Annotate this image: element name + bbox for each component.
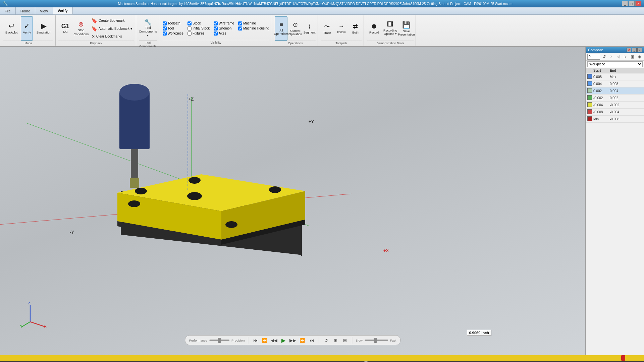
- mode-group-label: Mode: [3, 41, 53, 45]
- minimize-button[interactable]: _: [622, 1, 628, 6]
- skip-to-end-button[interactable]: ⏭: [308, 337, 315, 344]
- compare-pin-button[interactable]: 📌: [627, 48, 631, 52]
- compare-close-button[interactable]: ×: [637, 48, 642, 52]
- segment-button[interactable]: ⌇ Segment: [303, 16, 316, 41]
- compare-panel: Compare 📌 _ × ↺ × ◁ ▷ ▣ ◈ Workpiece Fixt…: [585, 47, 644, 355]
- svg-text:Y: Y: [20, 325, 22, 328]
- main-area: +Y -Y +X +Z: [0, 47, 644, 355]
- compare-row-2[interactable]: 0.004 0.008: [586, 80, 644, 87]
- svg-point-8: [135, 188, 147, 194]
- visibility-group-label: Visibility: [163, 40, 269, 44]
- compare-title: Compare: [588, 48, 603, 52]
- record-button[interactable]: ⏺ Record: [367, 16, 381, 41]
- stop-conditions-button[interactable]: ⊗ StopConditions: [74, 16, 89, 41]
- ribbon-group-mode: ↩ Backplot ✓ Verify ▶ Simulation Mode: [1, 15, 56, 46]
- playback-group-label: Playback: [58, 41, 134, 45]
- all-operations-button[interactable]: ≡ AllOperations: [275, 16, 287, 41]
- performance-slider[interactable]: [209, 340, 229, 341]
- follow-button[interactable]: → Follow: [335, 16, 347, 41]
- ribbon-tabs: File Home View Verify: [0, 7, 644, 15]
- automatic-bookmark-button[interactable]: 🔖 Automatic Bookmark ▾: [90, 25, 134, 33]
- gnomon-checkbox[interactable]: Gnomon: [214, 26, 234, 31]
- slow-label: Slow: [356, 339, 363, 342]
- progress-bar[interactable]: [0, 355, 644, 361]
- fixtures-checkbox[interactable]: Fixtures: [187, 32, 210, 36]
- backplot-button[interactable]: ↩ Backplot: [3, 16, 19, 41]
- demo-tools-group-label: Demonstration Tools: [367, 41, 414, 45]
- collapse-button[interactable]: ⊟: [341, 337, 348, 344]
- both-button[interactable]: ⇄ Both: [349, 16, 362, 41]
- save-presentation-button[interactable]: 💾 SavePresentation: [399, 16, 414, 41]
- tab-verify[interactable]: Verify: [53, 7, 73, 14]
- ribbon-group-demo-tools: ⏺ Record 🎞 RecordingOptions ▾ 💾 SavePres…: [365, 15, 416, 46]
- clear-bookmarks-button[interactable]: ✕ Clear Bookmarks: [90, 33, 134, 40]
- close-button[interactable]: ×: [635, 1, 641, 6]
- fast-forward-button[interactable]: ▶▶: [289, 337, 297, 344]
- rewind-button[interactable]: ◀◀: [270, 337, 278, 344]
- create-bookmark-button[interactable]: 🔖 Create Bookmark: [90, 17, 134, 24]
- compare-value-input[interactable]: [587, 54, 600, 60]
- ribbon-content: ↩ Backplot ✓ Verify ▶ Simulation Mode G1: [0, 15, 644, 46]
- compare-row-max[interactable]: 0.008 Max: [586, 73, 644, 80]
- recording-options-button[interactable]: 🎞 RecordingOptions ▾: [383, 16, 397, 41]
- svg-line-21: [30, 322, 45, 327]
- compare-table: 0.008 Max 0.004 0.008 0.002 0.004 -0.002…: [586, 73, 644, 355]
- trace-button[interactable]: 〜 Trace: [321, 16, 333, 41]
- ribbon: File Home View Verify ↩ Backplot ✓ Verif…: [0, 7, 644, 47]
- axis-indicator: Z X Y: [20, 302, 47, 328]
- tab-home[interactable]: Home: [16, 7, 35, 14]
- svg-rect-17: [119, 92, 150, 149]
- axes-checkbox[interactable]: Axes: [214, 32, 234, 36]
- simulation-button[interactable]: ▶ Simulation: [34, 16, 53, 41]
- step-forward-button[interactable]: ⏩: [299, 337, 306, 344]
- compare-row-6[interactable]: -0.008 -0.004: [586, 109, 644, 116]
- rotate-button[interactable]: ↺: [322, 337, 330, 344]
- workpiece-checkbox[interactable]: Workpiece: [163, 32, 183, 36]
- scale-bar: 0.9069 inch: [467, 330, 491, 336]
- initial-stock-checkbox[interactable]: Initial Stock: [187, 26, 210, 31]
- compare-row-min[interactable]: Min -0.008: [586, 116, 644, 123]
- tab-file[interactable]: File: [0, 7, 16, 14]
- compare-minimize-button[interactable]: _: [632, 48, 637, 52]
- compare-table-header: Start End: [586, 68, 644, 73]
- tab-view[interactable]: View: [35, 7, 53, 14]
- refresh-button[interactable]: ↺: [601, 54, 607, 60]
- skip-to-start-button[interactable]: ⏮: [252, 337, 259, 344]
- wireframe-checkbox[interactable]: Wireframe: [214, 21, 234, 25]
- machine-housing-checkbox[interactable]: Machine Housing: [238, 26, 269, 31]
- svg-point-12: [187, 192, 202, 200]
- svg-point-18: [119, 84, 150, 101]
- compare-row-3[interactable]: 0.002 0.004: [586, 87, 644, 95]
- svg-text:X: X: [44, 325, 47, 328]
- tool-components-button[interactable]: 🔧 ToolComponents ▾: [139, 16, 157, 40]
- timeline-area: − + ⊞: [0, 361, 644, 362]
- compare-row-5[interactable]: -0.004 -0.002: [586, 102, 644, 109]
- viewport[interactable]: +Y -Y +X +Z: [0, 47, 585, 355]
- ribbon-group-toolpath: 〜 Trace → Follow ⇄ Both Toolpath: [319, 15, 364, 46]
- current-operation-button[interactable]: ⊙ CurrentOperation: [289, 16, 302, 41]
- stock-checkbox[interactable]: Stock: [187, 21, 210, 25]
- svg-point-11: [225, 221, 237, 228]
- next-button[interactable]: ▷: [622, 54, 628, 60]
- maximize-button[interactable]: □: [629, 1, 635, 6]
- toolpath-checkbox[interactable]: Toolpath: [163, 21, 183, 25]
- step-back-button[interactable]: ⏪: [261, 337, 268, 344]
- scene-svg: [0, 47, 585, 355]
- tool-checkbox[interactable]: Tool: [163, 26, 183, 31]
- compare-row-4[interactable]: -0.002 0.002: [586, 95, 644, 102]
- svg-rect-15: [130, 178, 139, 188]
- verify-button[interactable]: ✓ Verify: [21, 16, 33, 41]
- compare-type-select[interactable]: Workpiece Fixture Stock: [587, 61, 643, 67]
- play-button[interactable]: ▶: [280, 337, 287, 344]
- window-title: Mastercam Simulator H:\shortcut-targets-…: [118, 2, 513, 6]
- expand-button[interactable]: ⊞: [332, 337, 339, 344]
- speed-slider[interactable]: [365, 340, 388, 341]
- playback-controls: Performance Precision ⏮ ⏪ ◀◀ ▶ ▶▶ ⏩ ⏭ ↺ …: [185, 335, 401, 345]
- machine-checkbox[interactable]: Machine: [238, 21, 269, 25]
- prev-button[interactable]: ◁: [615, 54, 621, 60]
- nc-button[interactable]: G1 NC: [58, 16, 72, 41]
- view1-button[interactable]: ▣: [629, 54, 635, 60]
- precision-label: Precision: [231, 339, 245, 342]
- view2-button[interactable]: ◈: [636, 54, 642, 60]
- clear-button[interactable]: ×: [608, 54, 614, 60]
